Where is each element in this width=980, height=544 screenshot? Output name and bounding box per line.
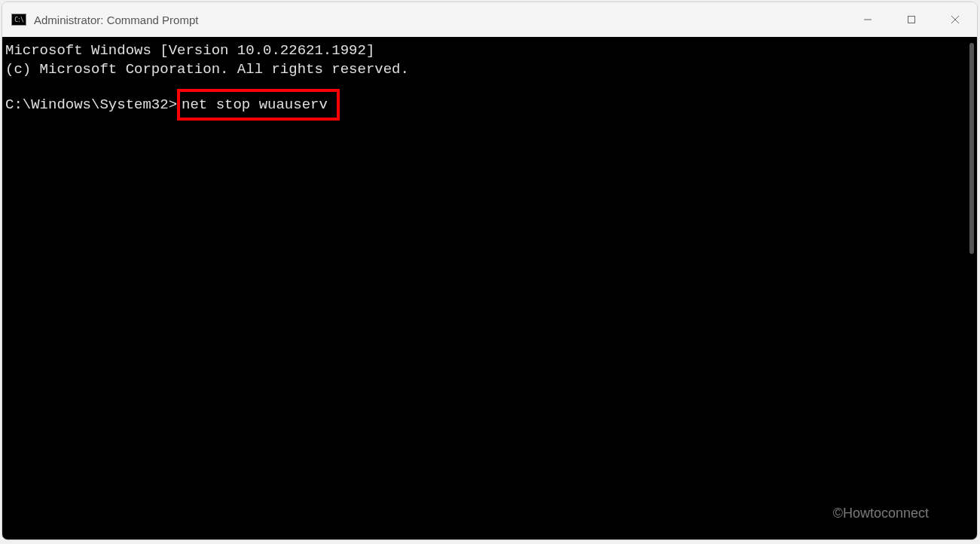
close-icon [951, 15, 960, 24]
console-area[interactable]: Microsoft Windows [Version 10.0.22621.19… [2, 37, 977, 539]
maximize-icon [907, 15, 916, 24]
titlebar[interactable]: C:\ Administrator: Command Prompt [2, 2, 977, 37]
maximize-button[interactable] [890, 2, 933, 37]
minimize-button[interactable] [846, 2, 890, 37]
cmd-icon: C:\ [11, 14, 26, 26]
scrollbar-thumb[interactable] [969, 43, 974, 254]
prompt-row: C:\Windows\System32>net stop wuauserv [5, 96, 974, 113]
titlebar-left: C:\ Administrator: Command Prompt [11, 14, 198, 26]
window-title: Administrator: Command Prompt [34, 14, 198, 26]
console-line-version: Microsoft Windows [Version 10.0.22621.19… [5, 41, 974, 60]
prompt-path: C:\Windows\System32> [5, 96, 177, 113]
close-button[interactable] [933, 2, 977, 37]
svg-rect-1 [908, 17, 915, 23]
console-content: Microsoft Windows [Version 10.0.22621.19… [5, 41, 974, 535]
command-highlight-box: net stop wuauserv [177, 89, 340, 121]
console-line-copyright: (c) Microsoft Corporation. All rights re… [5, 60, 974, 79]
command-input[interactable]: net stop wuauserv [182, 96, 328, 113]
watermark-text: ©Howtoconnect [833, 506, 929, 521]
minimize-icon [863, 15, 872, 24]
command-prompt-window: C:\ Administrator: Command Prompt Micros… [2, 2, 978, 540]
window-controls [846, 2, 977, 37]
